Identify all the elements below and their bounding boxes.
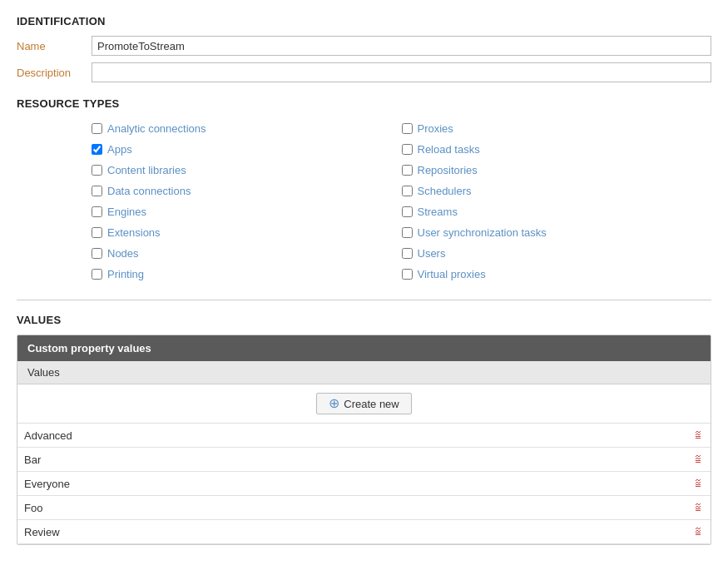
checkbox-proxies[interactable] bbox=[402, 123, 413, 134]
checkbox-extensions[interactable] bbox=[92, 227, 102, 238]
checkbox-label-virtual_proxies[interactable]: Virtual proxies bbox=[418, 268, 486, 280]
checkbox-label-streams[interactable]: Streams bbox=[418, 206, 458, 218]
checkbox-apps[interactable] bbox=[92, 144, 102, 155]
value-row-val1: ⩰ bbox=[17, 424, 711, 448]
remove-button-val5[interactable]: ⩰ bbox=[687, 520, 711, 543]
page-content: IDENTIFICATION Name Description RESOURCE… bbox=[0, 0, 728, 560]
checkbox-label-content_libraries[interactable]: Content libraries bbox=[107, 164, 186, 176]
checkbox-data_connections[interactable] bbox=[92, 186, 102, 196]
create-new-button[interactable]: ⊕ Create new bbox=[316, 393, 411, 414]
checkbox-streams[interactable] bbox=[402, 206, 413, 217]
remove-button-val4[interactable]: ⩰ bbox=[687, 496, 711, 519]
remove-button-val1[interactable]: ⩰ bbox=[687, 424, 711, 447]
name-row: Name bbox=[17, 36, 711, 56]
name-input[interactable] bbox=[92, 36, 711, 56]
remove-button-val2[interactable]: ⩰ bbox=[687, 448, 711, 471]
identification-section: IDENTIFICATION Name Description bbox=[17, 15, 711, 82]
checkbox-item-analytic_connections[interactable]: Analytic connections bbox=[92, 118, 402, 139]
checkbox-content_libraries[interactable] bbox=[92, 165, 102, 176]
description-label: Description bbox=[17, 67, 92, 79]
description-input[interactable] bbox=[92, 62, 711, 82]
checkbox-item-users[interactable]: Users bbox=[402, 243, 712, 264]
checkbox-label-users[interactable]: Users bbox=[418, 247, 446, 260]
checkbox-label-repositories[interactable]: Repositories bbox=[418, 164, 478, 176]
value-input-val1[interactable] bbox=[17, 424, 687, 447]
checkbox-item-nodes[interactable]: Nodes bbox=[92, 243, 402, 264]
value-rows-container: ⩰⩰⩰⩰⩰ bbox=[17, 424, 711, 544]
value-row-val4: ⩰ bbox=[17, 496, 711, 520]
value-input-val2[interactable] bbox=[17, 448, 687, 471]
checkbox-label-schedulers[interactable]: Schedulers bbox=[418, 185, 472, 197]
checkbox-item-extensions[interactable]: Extensions bbox=[92, 222, 402, 243]
checkbox-label-analytic_connections[interactable]: Analytic connections bbox=[107, 122, 206, 135]
checkbox-schedulers[interactable] bbox=[402, 186, 413, 196]
checkbox-virtual_proxies[interactable] bbox=[402, 269, 413, 280]
identification-title: IDENTIFICATION bbox=[17, 15, 711, 27]
value-input-val4[interactable] bbox=[17, 496, 687, 519]
checkbox-item-engines[interactable]: Engines bbox=[92, 201, 402, 222]
checkbox-label-reload_tasks[interactable]: Reload tasks bbox=[418, 143, 480, 156]
plus-circle-icon: ⊕ bbox=[329, 397, 339, 410]
checkbox-user_sync_tasks[interactable] bbox=[402, 227, 413, 238]
create-new-label: Create new bbox=[344, 398, 399, 410]
checkboxes-grid: Analytic connectionsProxiesAppsReload ta… bbox=[92, 118, 711, 285]
checkbox-item-streams[interactable]: Streams bbox=[402, 201, 712, 222]
value-input-val5[interactable] bbox=[17, 520, 687, 543]
name-label: Name bbox=[17, 40, 92, 52]
values-table: Custom property values Values ⊕ Create n… bbox=[17, 335, 711, 545]
checkbox-item-repositories[interactable]: Repositories bbox=[402, 160, 712, 181]
checkbox-label-data_connections[interactable]: Data connections bbox=[107, 185, 191, 197]
checkbox-item-data_connections[interactable]: Data connections bbox=[92, 181, 402, 201]
checkbox-item-reload_tasks[interactable]: Reload tasks bbox=[402, 139, 712, 160]
checkbox-label-printing[interactable]: Printing bbox=[107, 268, 144, 280]
checkbox-users[interactable] bbox=[402, 248, 413, 259]
checkbox-analytic_connections[interactable] bbox=[92, 123, 102, 134]
value-row-val3: ⩰ bbox=[17, 472, 711, 496]
checkbox-item-printing[interactable]: Printing bbox=[92, 264, 402, 285]
values-title: VALUES bbox=[17, 314, 711, 326]
values-table-header: Custom property values bbox=[17, 335, 711, 361]
value-input-val3[interactable] bbox=[17, 472, 687, 495]
value-row-val2: ⩰ bbox=[17, 448, 711, 472]
description-row: Description bbox=[17, 62, 711, 82]
checkbox-label-engines[interactable]: Engines bbox=[107, 206, 146, 218]
checkbox-item-virtual_proxies[interactable]: Virtual proxies bbox=[402, 264, 712, 285]
checkbox-label-nodes[interactable]: Nodes bbox=[107, 247, 139, 260]
section-divider bbox=[17, 300, 711, 300]
checkbox-engines[interactable] bbox=[92, 206, 102, 217]
checkbox-nodes[interactable] bbox=[92, 248, 102, 259]
resource-types-title: RESOURCE TYPES bbox=[17, 97, 711, 110]
value-row-val5: ⩰ bbox=[17, 520, 711, 544]
checkbox-printing[interactable] bbox=[92, 269, 102, 280]
checkbox-item-proxies[interactable]: Proxies bbox=[402, 118, 712, 139]
checkbox-label-apps[interactable]: Apps bbox=[107, 143, 132, 156]
checkbox-label-extensions[interactable]: Extensions bbox=[107, 226, 161, 239]
values-section: VALUES Custom property values Values ⊕ C… bbox=[17, 314, 711, 545]
checkbox-repositories[interactable] bbox=[402, 165, 413, 176]
checkbox-label-user_sync_tasks[interactable]: User synchronization tasks bbox=[418, 226, 547, 239]
checkbox-label-proxies[interactable]: Proxies bbox=[418, 122, 453, 135]
remove-button-val3[interactable]: ⩰ bbox=[687, 472, 711, 495]
checkbox-reload_tasks[interactable] bbox=[402, 144, 413, 155]
values-table-subheader: Values bbox=[17, 361, 711, 384]
checkbox-item-user_sync_tasks[interactable]: User synchronization tasks bbox=[402, 222, 712, 243]
create-new-row: ⊕ Create new bbox=[17, 384, 711, 424]
checkbox-item-schedulers[interactable]: Schedulers bbox=[402, 181, 712, 201]
checkbox-item-content_libraries[interactable]: Content libraries bbox=[92, 160, 402, 181]
resource-types-section: RESOURCE TYPES Analytic connectionsProxi… bbox=[17, 97, 711, 285]
checkbox-item-apps[interactable]: Apps bbox=[92, 139, 402, 160]
